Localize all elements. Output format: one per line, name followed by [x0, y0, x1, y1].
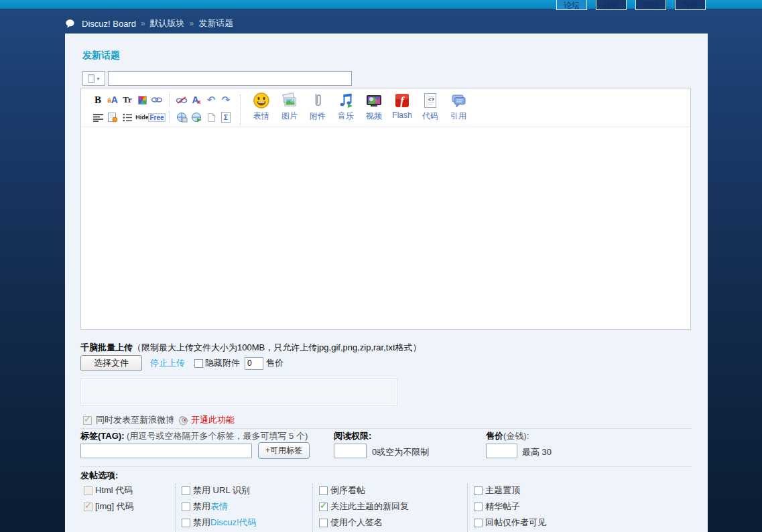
read-permission-input[interactable] — [334, 444, 367, 458]
tab-nav-label: 导航 — [682, 1, 698, 10]
attachment-button[interactable]: 附件 — [304, 92, 332, 122]
font-size-icon[interactable]: aA — [105, 93, 120, 107]
available-tags-button[interactable]: +可用标签 — [258, 442, 310, 459]
options-column-divider — [312, 484, 313, 532]
remove-link-icon[interactable] — [174, 93, 189, 107]
breadcrumb-separator: » — [190, 19, 194, 28]
digest-topic-checkbox[interactable] — [474, 503, 483, 511]
stop-upload-link[interactable]: 停止上传 — [150, 357, 185, 369]
section-divider — [80, 428, 691, 429]
use-signature-checkbox[interactable] — [319, 519, 328, 527]
upload-heading: 千脑批量上传（限制最大上传文件大小为100MB，只允许上传jpg,gif,png… — [80, 342, 422, 354]
html-code-checkbox[interactable] — [84, 486, 92, 495]
disable-url-checkbox[interactable] — [182, 486, 190, 495]
enable-weibo-link[interactable]: 开通此功能 — [191, 414, 235, 426]
tag-input[interactable] — [80, 444, 252, 458]
video-label: 视频 — [366, 111, 382, 122]
options-column-1: Html 代码 [img] 代码 — [84, 486, 134, 511]
choose-file-button[interactable]: 选择文件 — [80, 355, 142, 371]
subscribe-replies-checkbox[interactable] — [319, 503, 328, 511]
upload-hint: （限制最大上传文件大小为100MB，只允许上传jpg,gif,png,zip,r… — [133, 342, 422, 352]
image-label: 图片 — [281, 111, 298, 122]
quote-icon — [450, 92, 467, 109]
disable-discuz-code-checkbox[interactable] — [182, 519, 190, 527]
font-family-icon[interactable]: Tr — [120, 93, 135, 107]
smilies-label: 表情 — [253, 111, 269, 122]
remove-format-icon[interactable]: Ax — [189, 93, 204, 107]
breadcrumb: Discuz! Board » 默认版块 » 发新话题 — [65, 17, 233, 29]
topic-icon-select[interactable]: ▾ — [82, 71, 105, 86]
page-title: 发新话题 — [82, 50, 120, 62]
code-button[interactable]: <? 代码 — [416, 92, 444, 122]
formula-icon[interactable]: Σ — [218, 111, 233, 124]
tab-forum[interactable]: 论坛 — [556, 0, 587, 10]
insert-link-icon[interactable] — [149, 93, 164, 107]
insert-flash-media-icon[interactable] — [189, 111, 204, 124]
option-label: 禁用 — [193, 517, 210, 529]
reverse-order-checkbox[interactable] — [319, 486, 328, 495]
flash-label: Flash — [392, 111, 411, 120]
options-column-3: 倒序看帖 关注此主题的新回复 使用个人签名 — [319, 486, 409, 527]
disable-smilies-checkbox[interactable] — [182, 503, 190, 511]
sell-price-input[interactable] — [486, 444, 517, 458]
code-icon: <? — [422, 92, 439, 109]
option-reverse-order: 倒序看帖 — [319, 486, 409, 495]
font-color-icon[interactable] — [135, 93, 149, 107]
option-use-signature: 使用个人签名 — [319, 518, 409, 527]
smilies-button[interactable]: 表情 — [247, 92, 275, 122]
img-code-checkbox[interactable] — [84, 503, 92, 511]
blank-page-icon[interactable] — [204, 111, 218, 124]
free-code-icon[interactable]: Free — [149, 111, 164, 124]
option-img-code: [img] 代码 — [84, 502, 134, 511]
rich-text-editor: B aA Tr Ax ↶ ↷ — [80, 88, 691, 330]
music-button[interactable]: 音乐 — [332, 92, 360, 122]
main-content: 发新话题 ▾ B aA Tr — [65, 34, 708, 532]
redo-icon[interactable]: ↷ — [218, 93, 233, 107]
replies-author-only-checkbox[interactable] — [474, 519, 483, 527]
hide-code-icon[interactable]: Hide — [135, 111, 149, 124]
subject-input[interactable] — [108, 71, 352, 86]
music-label: 音乐 — [338, 111, 354, 122]
hide-attachment-checkbox[interactable] — [194, 359, 203, 368]
toolbar-separator — [169, 94, 170, 106]
insert-image-icon[interactable] — [105, 111, 120, 124]
insert-media-icon[interactable] — [174, 111, 189, 124]
option-label: 倒序看帖 — [330, 484, 365, 496]
option-label: Html 代码 — [95, 484, 133, 496]
tab-search[interactable]: 搜索 — [596, 0, 627, 10]
sticky-topic-checkbox[interactable] — [474, 486, 483, 495]
section-divider — [80, 466, 691, 467]
weibo-icon — [178, 415, 188, 425]
tab-nav[interactable]: 导航 — [675, 0, 706, 10]
weibo-checkbox[interactable] — [83, 416, 92, 425]
align-icon[interactable] — [90, 111, 105, 124]
editor-body[interactable] — [81, 127, 690, 328]
smilies-link[interactable]: 表情 — [210, 501, 228, 513]
chevron-down-icon: ▾ — [97, 76, 99, 82]
discuz-code-link[interactable]: Discuz!代码 — [210, 517, 257, 529]
weibo-label: 同时发表至新浪微博 — [96, 414, 174, 426]
option-label: 禁用 URL 识别 — [193, 484, 250, 496]
upload-title: 千脑批量上传 — [80, 342, 133, 352]
option-label: 精华帖子 — [485, 501, 520, 513]
bold-icon[interactable]: B — [90, 93, 105, 107]
smiley-icon — [253, 92, 270, 109]
code-label: 代码 — [422, 111, 438, 122]
breadcrumb-section[interactable]: 默认版块 — [150, 17, 185, 29]
image-button[interactable]: 图片 — [275, 92, 304, 122]
attachment-price-input[interactable] — [245, 357, 263, 370]
option-label: 回帖仅作者可见 — [485, 517, 546, 529]
quote-button[interactable]: 引用 — [444, 92, 472, 122]
breadcrumb-separator: » — [141, 19, 145, 28]
list-icon[interactable] — [120, 111, 135, 124]
breadcrumb-site[interactable]: Discuz! Board — [82, 19, 136, 29]
toolbar-small-icons: B aA Tr Ax ↶ ↷ — [90, 93, 233, 124]
option-disable-discuz-code: 禁用 Discuz!代码 — [182, 518, 257, 527]
tab-help[interactable]: 帮助 — [635, 0, 666, 10]
undo-icon[interactable]: ↶ — [204, 93, 218, 107]
video-button[interactable]: 视频 — [360, 92, 388, 122]
video-icon — [365, 92, 383, 109]
sell-price-label: 售价(金钱): — [486, 430, 529, 442]
option-replies-author-only: 回帖仅作者可见 — [474, 518, 546, 527]
flash-button[interactable]: f Flash — [388, 92, 416, 122]
